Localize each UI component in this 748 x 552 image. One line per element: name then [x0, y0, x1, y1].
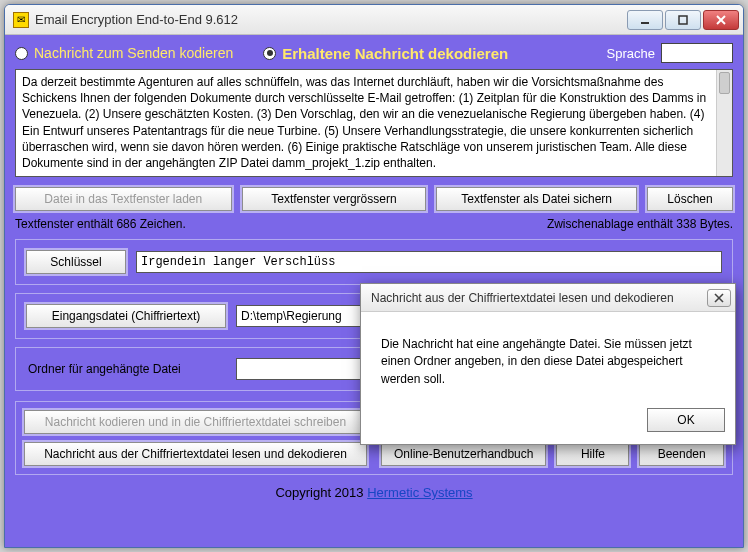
scrollbar-thumb[interactable] [719, 72, 730, 94]
dialog-body: Die Nachricht hat eine angehängte Datei.… [361, 312, 735, 402]
radio-icon [263, 47, 276, 60]
dialog-footer: OK [361, 402, 735, 444]
language-label: Sprache [607, 46, 655, 61]
char-count-label: Textfenster enthält 686 Zeichen. [15, 217, 186, 231]
status-row: Textfenster enthält 686 Zeichen. Zwische… [15, 217, 733, 231]
maximize-button[interactable] [665, 10, 701, 30]
main-window: ✉ Email Encryption End-to-End 9.612 Nach… [4, 4, 744, 548]
decode-read-button[interactable]: Nachricht aus der Chiffriertextdatei les… [24, 442, 367, 466]
dialog-title: Nachricht aus der Chiffriertextdatei les… [371, 291, 674, 305]
enlarge-button[interactable]: Textfenster vergrössern [242, 187, 427, 211]
message-textarea[interactable]: Da derzeit bestimmte Agenturen auf alles… [15, 69, 733, 177]
chevron-down-icon: ▼ [721, 48, 730, 58]
key-group: Schlüssel [15, 239, 733, 285]
attach-folder-label: Ordner für angehängte Datei [26, 362, 226, 376]
radio-decode-label: Erhaltene Nachricht dekodieren [282, 45, 508, 62]
manual-button[interactable]: Online-Benutzerhandbuch [381, 442, 546, 466]
save-as-button[interactable]: Textfenster als Datei sichern [436, 187, 637, 211]
close-icon [714, 293, 724, 303]
input-file-button[interactable]: Eingangsdatei (Chiffriertext) [26, 304, 226, 328]
client-area: Nachricht zum Senden kodieren Erhaltene … [5, 35, 743, 547]
radio-icon [15, 47, 28, 60]
minimize-button[interactable] [627, 10, 663, 30]
language-select[interactable]: Deutsch ▼ [661, 43, 733, 63]
radio-encode-label: Nachricht zum Senden kodieren [34, 45, 233, 61]
window-buttons [627, 10, 739, 30]
help-button[interactable]: Hilfe [556, 442, 629, 466]
key-input[interactable] [136, 251, 722, 273]
clear-button[interactable]: Löschen [647, 187, 733, 211]
key-button[interactable]: Schlüssel [26, 250, 126, 274]
dialog-ok-button[interactable]: OK [647, 408, 725, 432]
mode-row: Nachricht zum Senden kodieren Erhaltene … [15, 43, 733, 63]
language-block: Sprache Deutsch ▼ [607, 43, 733, 63]
window-title: Email Encryption End-to-End 9.612 [35, 12, 238, 27]
quit-button[interactable]: Beenden [639, 442, 724, 466]
svg-rect-1 [679, 16, 687, 24]
copyright-text: Copyright 2013 [275, 485, 367, 500]
scrollbar[interactable] [716, 70, 732, 176]
message-text: Da derzeit bestimmte Agenturen auf alles… [22, 75, 706, 170]
radio-decode[interactable]: Erhaltene Nachricht dekodieren [263, 45, 508, 62]
footer: Copyright 2013 Hermetic Systems [15, 485, 733, 500]
app-icon: ✉ [13, 12, 29, 28]
close-button[interactable] [703, 10, 739, 30]
footer-link[interactable]: Hermetic Systems [367, 485, 472, 500]
dialog-close-button[interactable] [707, 289, 731, 307]
info-dialog: Nachricht aus der Chiffriertextdatei les… [360, 283, 736, 445]
radio-encode[interactable]: Nachricht zum Senden kodieren [15, 45, 233, 61]
titlebar: ✉ Email Encryption End-to-End 9.612 [5, 5, 743, 35]
text-toolbar: Datei in das Textfenster laden Textfenst… [15, 187, 733, 211]
clipboard-label: Zwischenablage enthält 338 Bytes. [547, 217, 733, 231]
load-file-button[interactable]: Datei in das Textfenster laden [15, 187, 232, 211]
encode-write-button[interactable]: Nachricht kodieren und in die Chiffriert… [24, 410, 367, 434]
dialog-titlebar: Nachricht aus der Chiffriertextdatei les… [361, 284, 735, 312]
help-row: Online-Benutzerhandbuch Hilfe Beenden [381, 442, 724, 466]
language-value: Deutsch [666, 46, 710, 60]
